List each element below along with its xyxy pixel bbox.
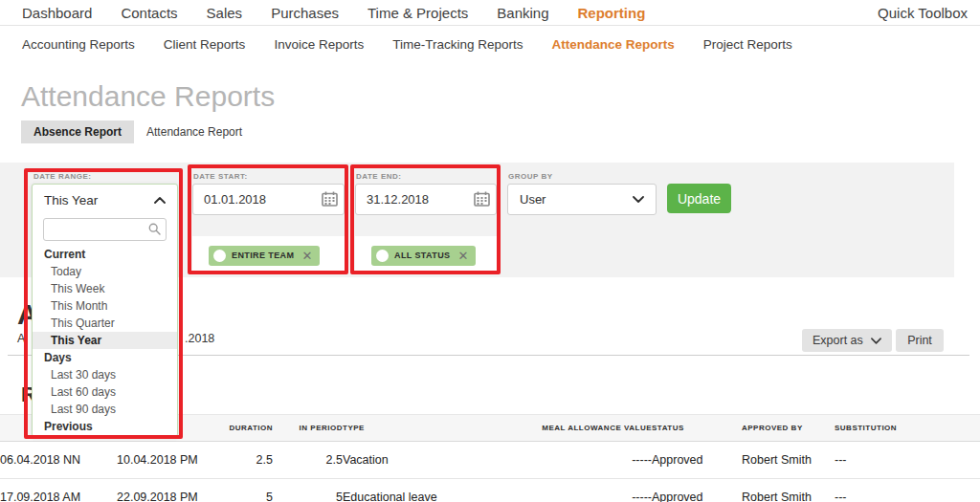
entire-team-tag[interactable]: ENTIRE TEAM ✕: [209, 246, 320, 266]
date-range-dropdown: This Year Current Today This Week This M…: [32, 184, 178, 437]
remove-tag-icon[interactable]: ✕: [458, 250, 469, 262]
option-last-60-days[interactable]: Last 60 days: [33, 383, 177, 401]
cell-approved-by: Robert Smith: [742, 479, 835, 502]
report-tabs: Absence Report Attendance Report: [21, 120, 255, 143]
cell-meal-allowance-value: -----: [536, 479, 652, 502]
nav-contacts[interactable]: Contacts: [121, 5, 177, 21]
subnav-client-reports[interactable]: Client Reports: [164, 37, 246, 52]
tab-absence-report[interactable]: Absence Report: [21, 120, 134, 143]
chevron-down-icon: [871, 338, 881, 344]
cell-substitution: ---: [835, 479, 980, 502]
cell-in-period: 5: [273, 479, 343, 502]
option-yesterday[interactable]: Yesterday: [33, 435, 177, 437]
tag-label: ALL STATUS: [394, 251, 451, 260]
date-end-label: DATE END:: [356, 172, 401, 181]
subnav-time-tracking-reports[interactable]: Time-Tracking Reports: [392, 37, 523, 52]
date-range-value: This Year: [44, 193, 98, 207]
cell-duration: 2.5: [206, 442, 273, 479]
date-range-select[interactable]: This Year: [33, 185, 177, 215]
nav-banking[interactable]: Banking: [497, 5, 548, 21]
cell-substitution: ---: [835, 442, 980, 479]
nav-reporting[interactable]: Reporting: [578, 5, 646, 21]
nav-quick-toolbox[interactable]: Quick Toolbox: [878, 5, 980, 21]
status-filter-box: ALL STATUS ✕: [355, 236, 497, 274]
subnav-project-reports[interactable]: Project Reports: [703, 37, 792, 52]
absence-section-subheading-fragment-left: Al: [17, 332, 28, 345]
nav-sales[interactable]: Sales: [207, 5, 243, 21]
chevron-down-icon: [633, 196, 644, 203]
table-row: 17.09.2018 AM 22.09.2018 PM 5 5 Educatio…: [0, 479, 980, 502]
option-today[interactable]: Today: [33, 263, 177, 280]
print-label: Print: [907, 334, 932, 347]
print-button[interactable]: Print: [896, 329, 944, 352]
option-this-week[interactable]: This Week: [33, 280, 177, 297]
cell-in-period: 2.5: [273, 442, 343, 479]
team-filter-box: ENTIRE TEAM ✕: [192, 236, 345, 274]
page-title: Attendance Reports: [21, 80, 275, 113]
tag-dot-icon: [376, 250, 389, 262]
cell-type: Vacation: [343, 442, 536, 479]
group-by-label: GROUP BY: [508, 172, 553, 181]
cell-duration: 5: [206, 479, 273, 502]
export-as-button[interactable]: Export as: [802, 329, 892, 352]
reporting-subnav: Accounting Reports Client Reports Invoic…: [0, 27, 980, 61]
col-substitution: SUBSTITUTION: [835, 415, 980, 442]
tab-attendance-report[interactable]: Attendance Report: [134, 120, 255, 143]
col-type: TYPE: [343, 415, 536, 442]
calendar-icon[interactable]: [474, 191, 490, 207]
col-meal-allowance-value: MEAL ALLOWANCE VALUE: [536, 415, 652, 442]
option-this-month[interactable]: This Month: [33, 297, 177, 315]
app-screen: Dashboard Contacts Sales Purchases Time …: [0, 0, 980, 502]
option-this-quarter[interactable]: This Quarter: [33, 315, 177, 332]
tag-label: ENTIRE TEAM: [232, 251, 294, 260]
cell-to: 10.04.2018 PM: [117, 442, 206, 479]
search-icon: [148, 223, 161, 235]
col-approved-by: APPROVED BY: [742, 415, 835, 442]
cell-approved-by: Robert Smith: [742, 442, 835, 479]
nav-purchases[interactable]: Purchases: [271, 5, 339, 21]
subnav-attendance-reports[interactable]: Attendance Reports: [551, 37, 674, 52]
option-group-previous: Previous: [33, 418, 177, 435]
option-this-year-selected[interactable]: This Year: [33, 332, 177, 349]
tag-dot-icon: [213, 250, 226, 262]
cell-from: 06.04.2018 NN: [0, 442, 117, 479]
remove-tag-icon[interactable]: ✕: [301, 250, 312, 262]
calendar-icon[interactable]: [322, 191, 338, 207]
nav-time-projects[interactable]: Time & Projects: [368, 5, 468, 21]
col-status: STATUS: [652, 415, 742, 442]
cell-type: Educational leave: [343, 479, 536, 502]
option-group-current: Current: [33, 246, 177, 263]
cell-status: Approved: [652, 442, 742, 479]
cell-from: 17.09.2018 AM: [0, 479, 117, 502]
cell-meal-allowance-value: -----: [536, 442, 652, 479]
group-by-select[interactable]: User: [507, 184, 657, 215]
date-range-search: [43, 218, 167, 241]
option-last-90-days[interactable]: Last 90 days: [33, 401, 177, 418]
cell-status: Approved: [652, 479, 742, 502]
nav-dashboard[interactable]: Dashboard: [22, 5, 92, 21]
date-range-label: DATE RANGE:: [33, 172, 91, 181]
update-button[interactable]: Update: [667, 184, 731, 213]
subnav-accounting-reports[interactable]: Accounting Reports: [22, 37, 135, 52]
top-navigation: Dashboard Contacts Sales Purchases Time …: [0, 0, 980, 26]
col-duration: DURATION: [206, 415, 273, 442]
option-last-30-days[interactable]: Last 30 days: [33, 366, 177, 383]
col-in-period: IN PERIOD: [273, 415, 343, 442]
date-range-search-input[interactable]: [44, 219, 166, 240]
table-row: 06.04.2018 NN 10.04.2018 PM 2.5 2.5 Vaca…: [0, 442, 980, 479]
option-group-days: Days: [33, 349, 177, 366]
date-range-options: Current Today This Week This Month This …: [33, 246, 177, 437]
group-by-value: User: [520, 192, 546, 207]
absence-section-subheading-fragment-right: .2018: [185, 332, 214, 345]
cell-to: 22.09.2018 PM: [117, 479, 206, 502]
all-status-tag[interactable]: ALL STATUS ✕: [371, 246, 476, 266]
export-as-label: Export as: [813, 334, 863, 347]
chevron-up-icon: [154, 197, 166, 204]
subnav-invoice-reports[interactable]: Invoice Reports: [274, 37, 364, 52]
date-start-label: DATE START:: [193, 172, 248, 181]
